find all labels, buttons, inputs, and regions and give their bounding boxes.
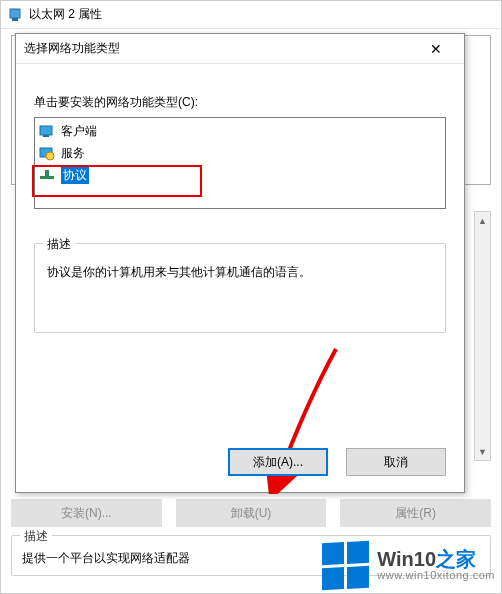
description-group: 描述 协议是你的计算机用来与其他计算机通信的语言。 [34, 243, 446, 333]
close-icon: ✕ [430, 41, 442, 57]
uninstall-button-bg: 卸载(U) [176, 499, 327, 527]
ethernet-icon [7, 7, 23, 23]
svg-rect-3 [43, 135, 49, 137]
feature-type-listbox[interactable]: 客户端 服务 协议 [34, 117, 446, 209]
list-item-client[interactable]: 客户端 [35, 120, 445, 142]
svg-rect-2 [40, 126, 52, 135]
svg-rect-7 [45, 170, 49, 176]
dialog-title: 选择网络功能类型 [24, 40, 120, 57]
service-icon [39, 145, 55, 161]
dialog-titlebar: 选择网络功能类型 ✕ [16, 34, 464, 64]
instruction-label: 单击要安装的网络功能类型(C): [34, 94, 446, 111]
bg-desc-text: 提供一个平台以实现网络适配器 [22, 551, 190, 565]
add-button[interactable]: 添加(A)... [228, 448, 328, 476]
list-item-protocol[interactable]: 协议 [35, 164, 445, 186]
properties-button-bg: 属性(R) [340, 499, 491, 527]
scroll-down-icon[interactable]: ▼ [475, 443, 490, 460]
list-item-label: 协议 [61, 167, 89, 184]
install-button-bg: 安装(N)... [11, 499, 162, 527]
windows-logo-icon [322, 541, 369, 590]
svg-point-5 [46, 152, 54, 160]
select-network-feature-dialog: 选择网络功能类型 ✕ 单击要安装的网络功能类型(C): 客户端 服务 [15, 33, 465, 493]
watermark: Win10之家 www.win10xitong.com [322, 542, 495, 589]
cancel-button-label: 取消 [384, 454, 408, 471]
parent-titlebar: 以太网 2 属性 [1, 1, 501, 29]
svg-rect-0 [10, 9, 20, 18]
watermark-brand: Win10之家 [377, 549, 495, 570]
bg-desc-legend: 描述 [20, 528, 52, 545]
list-item-label: 服务 [61, 145, 85, 162]
svg-rect-1 [12, 18, 18, 21]
protocol-icon [39, 167, 55, 183]
description-text: 协议是你的计算机用来与其他计算机通信的语言。 [47, 265, 311, 279]
client-icon [39, 123, 55, 139]
add-button-label: 添加(A)... [253, 454, 303, 471]
description-legend: 描述 [43, 236, 75, 253]
svg-rect-6 [40, 176, 54, 179]
cancel-button[interactable]: 取消 [346, 448, 446, 476]
scroll-up-icon[interactable]: ▲ [475, 212, 490, 229]
parent-window-title: 以太网 2 属性 [29, 6, 102, 23]
background-scrollbar[interactable]: ▲ ▼ [474, 211, 491, 461]
list-item-label: 客户端 [61, 123, 97, 140]
list-item-service[interactable]: 服务 [35, 142, 445, 164]
close-button[interactable]: ✕ [416, 36, 456, 62]
watermark-url: www.win10xitong.com [377, 570, 495, 582]
